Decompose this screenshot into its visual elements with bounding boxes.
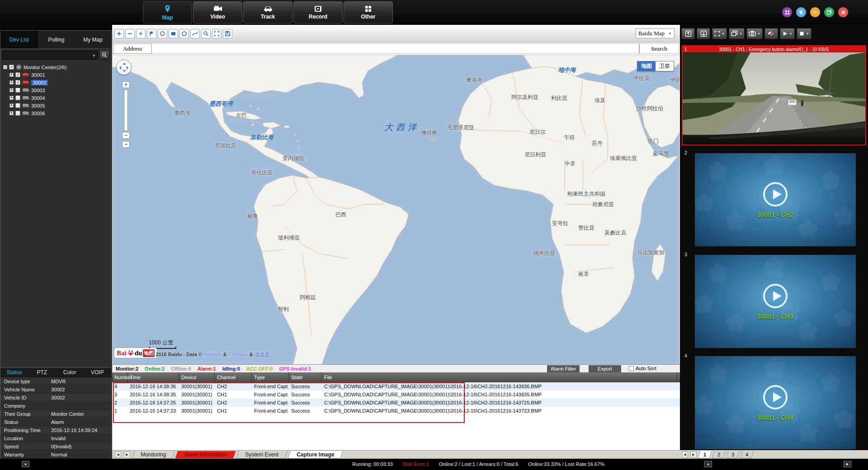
expand-icon[interactable]: + <box>9 111 14 115</box>
export-button[interactable]: Export <box>589 365 621 372</box>
close-button[interactable] <box>838 7 848 17</box>
device-search-button[interactable] <box>99 50 109 60</box>
video-stop-button[interactable]: ▼ <box>797 28 811 39</box>
video-page-3[interactable]: 3 <box>726 451 740 458</box>
map-provider-select[interactable]: Baidu Map▼ <box>636 28 675 38</box>
root-checkbox[interactable] <box>9 65 14 70</box>
restore-button[interactable] <box>824 7 834 17</box>
tab-my-map[interactable]: My Map <box>75 31 111 48</box>
auto-sort-checkbox[interactable] <box>629 366 634 371</box>
column-header-type[interactable]: Type <box>252 372 289 382</box>
tab-ptz[interactable]: PTZ <box>28 369 56 376</box>
expand-icon[interactable]: + <box>9 88 14 92</box>
device-checkbox[interactable] <box>15 72 20 77</box>
expand-icon[interactable]: + <box>9 80 14 85</box>
apps-button[interactable] <box>782 7 792 17</box>
device-checkbox[interactable] <box>15 88 20 93</box>
video-play-button[interactable]: ▼ <box>780 28 795 39</box>
device-checkbox[interactable] <box>15 103 20 108</box>
expand-icon[interactable]: + <box>9 103 14 108</box>
device-checkbox[interactable] <box>15 80 20 85</box>
map-zoom-out-button-2[interactable]: − <box>122 141 130 148</box>
chevron-down-icon[interactable]: ▼ <box>806 32 809 35</box>
pan-up-icon[interactable] <box>123 61 126 65</box>
video-page-2[interactable]: 2 <box>712 451 726 458</box>
map-tool-zoom-in-button[interactable] <box>114 29 124 38</box>
alarm-filter-button[interactable]: Alarm Filter <box>547 365 580 372</box>
switch-user-button[interactable] <box>796 7 806 17</box>
video-cell-1-alarm[interactable]: 1 30001 - CH1 - Emergercy button alarm/I… <box>682 45 866 146</box>
column-header-state[interactable]: State <box>289 372 322 382</box>
map-viewport[interactable]: 墨西哥湾加勒比海大西洋地中海墨西哥古巴尼加拉瓜委内瑞拉哥伦比亚秘鲁巴西玻利维亚阿… <box>113 55 679 364</box>
video-cell-2[interactable]: 30001 - CH2 <box>695 153 856 246</box>
nav-map-button[interactable]: Map <box>143 1 192 24</box>
pan-left-icon[interactable] <box>118 66 121 70</box>
video-fullscreen-button[interactable]: ▼ <box>712 28 727 39</box>
column-header-channel[interactable]: Channel <box>215 372 252 382</box>
map-zoom-slider[interactable] <box>124 89 128 131</box>
nav-track-button[interactable]: Track <box>243 1 292 24</box>
attribution-link-daodaotong[interactable]: 道道通 <box>255 352 269 357</box>
expand-right-button[interactable]: ▶ <box>844 461 851 467</box>
tab-capture-image[interactable]: Capture Image <box>288 451 343 459</box>
minimize-button[interactable] <box>810 7 820 17</box>
video-page-1[interactable]: 1 <box>698 451 712 458</box>
map-zoom-in-button[interactable]: + <box>122 81 130 88</box>
tab-voip[interactable]: VOIP <box>84 369 111 376</box>
tab-color[interactable]: Color <box>56 369 84 376</box>
map-tool-fullscreen-button[interactable] <box>212 29 222 38</box>
tab-monitoring[interactable]: Monitoring <box>132 451 175 459</box>
attribution-link-navinfo[interactable]: NavInfo <box>203 352 222 357</box>
chevron-down-icon[interactable]: ▼ <box>789 32 793 35</box>
tree-root-monitor-center[interactable]: −Monitor Center(2/6) <box>0 63 111 71</box>
tree-device-30003[interactable]: +30003 <box>0 86 111 94</box>
map-layer-map-button[interactable]: 地图 <box>637 61 656 71</box>
chevron-down-icon[interactable]: ▼ <box>92 54 96 58</box>
nav-other-button[interactable]: Other <box>344 1 393 24</box>
pager-scroll-right-button[interactable]: ▶ <box>690 451 697 458</box>
map-tool-zoom-out-button[interactable] <box>125 29 135 38</box>
map-tool-measure-button[interactable] <box>136 29 146 38</box>
column-header-time[interactable]: Time <box>127 372 179 382</box>
video-page-down-button[interactable] <box>697 28 710 39</box>
tab-status[interactable]: Status <box>0 369 28 376</box>
video-page-up-button[interactable] <box>681 28 695 39</box>
tree-device-30002[interactable]: +30002 <box>0 79 111 86</box>
map-tool-flag-button[interactable] <box>147 29 156 38</box>
video-cell-3[interactable]: 30001 - CH3 <box>695 255 856 348</box>
address-input[interactable] <box>152 43 639 54</box>
table-row[interactable]: 32016-12-16 14:38:3530001(30001)CH1Front… <box>112 390 680 399</box>
map-tool-search-button[interactable] <box>201 29 211 38</box>
tabs-scroll-left-button[interactable]: ◀ <box>115 451 121 458</box>
map-tool-circle-button[interactable] <box>158 29 167 38</box>
tabs-scroll-right-button[interactable]: ▶ <box>124 451 130 458</box>
map-tool-save-button[interactable] <box>223 29 232 38</box>
device-checkbox[interactable] <box>15 95 20 100</box>
collapse-left-panel-button[interactable]: ▼ <box>22 461 29 467</box>
tree-device-30001[interactable]: +30001 <box>0 71 111 79</box>
map-tool-curve-button[interactable] <box>190 29 200 38</box>
tree-device-30006[interactable]: +30006 <box>0 109 111 117</box>
attribution-link-cennavi[interactable]: CenNavi <box>228 352 248 357</box>
tree-device-30005[interactable]: +30005 <box>0 102 111 109</box>
chevron-down-icon[interactable]: ▼ <box>722 32 725 35</box>
nav-video-button[interactable]: Video <box>193 1 242 24</box>
video-snapshot-button[interactable]: ▼ <box>746 28 763 39</box>
table-row[interactable]: 12016-12-16 14:37:2330001(30001)CH1Front… <box>112 407 680 415</box>
tab-polling[interactable]: Polling <box>38 31 75 48</box>
device-search-input[interactable]: ▼ <box>2 51 98 60</box>
expand-icon[interactable]: + <box>9 73 14 77</box>
tab-dev-list[interactable]: Dev List <box>0 31 38 48</box>
map-tool-rect-button[interactable] <box>169 29 178 38</box>
map-pan-control[interactable] <box>116 60 132 75</box>
pan-down-icon[interactable] <box>123 70 126 74</box>
video-mute-button[interactable] <box>764 28 778 39</box>
tree-device-30004[interactable]: +30004 <box>0 94 111 102</box>
column-header-number[interactable]: Number <box>112 372 127 382</box>
column-header-device[interactable]: Device <box>179 372 215 382</box>
tab-alarm-information[interactable]: Alarm Information <box>175 451 236 459</box>
collapse-video-panel-button[interactable]: ▼ <box>704 461 712 467</box>
pan-right-icon[interactable] <box>127 66 130 70</box>
video-cell-4[interactable]: 30001 - CH4 <box>695 356 856 449</box>
device-checkbox[interactable] <box>15 111 20 116</box>
